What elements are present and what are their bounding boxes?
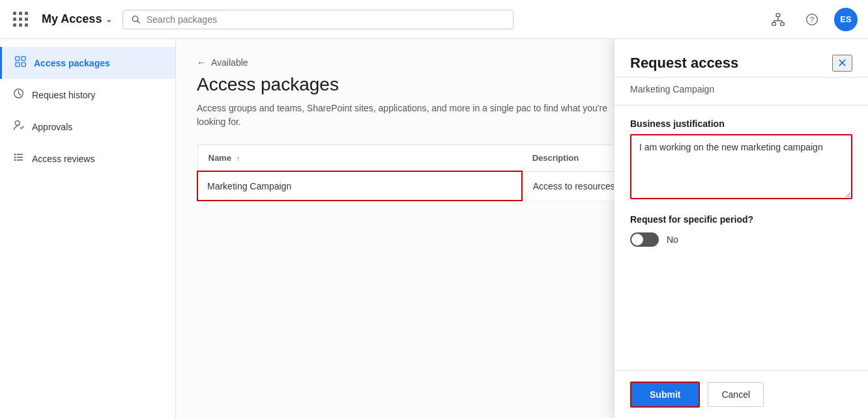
svg-rect-13 — [16, 63, 20, 66]
sidebar-item-access-reviews[interactable]: Access reviews — [0, 143, 175, 174]
app-layout: Access packages Request history Approv — [0, 39, 868, 418]
column-name[interactable]: Name ↑ — [197, 145, 522, 172]
toggle-row: No — [630, 232, 852, 247]
person-check-icon — [13, 120, 24, 133]
main-content: ← Available Access packages Access group… — [176, 39, 868, 418]
svg-text:?: ? — [810, 15, 815, 23]
sidebar-item-approvals[interactable]: Approvals — [0, 111, 175, 143]
search-input[interactable] — [147, 14, 506, 25]
specific-period-field: Request for specific period? No — [630, 214, 852, 247]
brand-chevron: ⌄ — [106, 15, 112, 24]
breadcrumb-label: Available — [211, 57, 248, 68]
topnav: My Access ⌄ ? ES — [0, 0, 868, 39]
sidebar: Access packages Request history Approv — [0, 39, 176, 418]
sidebar-item-request-history[interactable]: Request history — [0, 79, 175, 111]
cell-name[interactable]: Marketing Campaign — [197, 171, 522, 201]
page-description: Access groups and teams, SharePoint site… — [197, 102, 620, 129]
svg-rect-2 — [776, 13, 780, 16]
svg-line-17 — [19, 94, 21, 96]
network-icon — [771, 12, 785, 27]
svg-line-1 — [137, 20, 139, 22]
clock-icon — [13, 88, 24, 102]
business-justification-textarea[interactable]: I am working on the new marketing campai… — [630, 134, 852, 199]
svg-point-18 — [15, 121, 20, 126]
search-icon — [131, 14, 141, 25]
help-icon: ? — [805, 13, 818, 26]
submit-button[interactable]: Submit — [630, 382, 700, 408]
avatar-initials: ES — [840, 14, 851, 24]
svg-rect-14 — [22, 63, 25, 66]
toggle-label: No — [667, 234, 678, 245]
svg-point-23 — [14, 156, 16, 158]
sidebar-label-approvals: Approvals — [32, 122, 72, 132]
topnav-right: ? ES — [766, 8, 858, 31]
panel-body: Business justification I am working on t… — [615, 105, 868, 370]
sidebar-item-access-packages[interactable]: Access packages — [0, 47, 175, 79]
business-justification-field: Business justification I am working on t… — [630, 118, 852, 201]
request-access-panel: Request access ✕ Marketing Campaign Busi… — [614, 39, 868, 418]
waffle-menu[interactable] — [10, 9, 31, 30]
back-arrow-icon: ← — [197, 57, 206, 68]
panel-subtitle: Marketing Campaign — [615, 77, 868, 105]
sidebar-label-access-reviews: Access reviews — [32, 154, 94, 164]
panel-title: Request access — [630, 55, 738, 72]
svg-rect-3 — [772, 22, 776, 25]
svg-rect-4 — [781, 22, 785, 25]
sidebar-label-request-history: Request history — [32, 90, 95, 100]
cancel-button[interactable]: Cancel — [708, 382, 764, 407]
toggle-knob — [631, 234, 643, 245]
svg-rect-11 — [16, 57, 20, 61]
panel-header: Request access ✕ — [615, 39, 868, 77]
help-icon-btn[interactable]: ? — [800, 8, 824, 31]
svg-point-22 — [14, 154, 16, 156]
brand-logo[interactable]: My Access ⌄ — [42, 12, 112, 26]
specific-period-label: Request for specific period? — [630, 214, 852, 225]
search-box[interactable] — [123, 10, 514, 29]
specific-period-toggle[interactable] — [630, 232, 659, 247]
sidebar-label-access-packages: Access packages — [34, 58, 110, 68]
list-check-icon — [13, 152, 24, 165]
avatar[interactable]: ES — [834, 8, 858, 31]
brand-label: My Access — [42, 12, 102, 26]
business-justification-label: Business justification — [630, 118, 852, 129]
grid-icon — [15, 56, 26, 70]
svg-point-24 — [14, 159, 16, 161]
panel-close-button[interactable]: ✕ — [832, 55, 852, 72]
sort-icon: ↑ — [237, 154, 240, 162]
panel-footer: Submit Cancel — [615, 370, 868, 418]
network-icon-btn[interactable] — [766, 8, 790, 31]
svg-rect-12 — [22, 57, 25, 61]
